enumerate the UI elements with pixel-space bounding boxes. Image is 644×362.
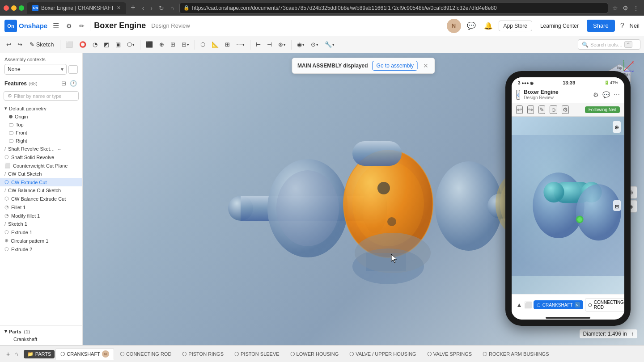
section-view-button[interactable]: ⬡ [198, 39, 208, 50]
phone-redo-button[interactable]: ↪ [527, 105, 534, 114]
feature-front[interactable]: Front [0, 129, 82, 137]
viewport[interactable]: MAIN ASSEMBLY displayed Go to assembly ✕ [83, 53, 644, 345]
tab-connecting-rod[interactable]: ⬡ CONNECTING ROD [115, 349, 176, 359]
extensions-button[interactable]: ⚙ [621, 3, 630, 13]
feature-extrude-2[interactable]: ⬡ Extrude 2 [0, 245, 82, 253]
revolve-button[interactable]: ⬡▾ [124, 39, 137, 50]
search-tools-input[interactable]: 🔍 Search tools… ⌃ [578, 39, 640, 50]
feature-cw-cut-sketch[interactable]: / CW Cut Sketch [0, 170, 82, 178]
feature-sketch-1[interactable]: / Sketch 1 [0, 220, 82, 228]
part-crankshaft[interactable]: Crankshaft [13, 335, 78, 343]
home-button[interactable]: ⌂ [168, 3, 176, 13]
help-button[interactable]: ? [619, 20, 626, 32]
phone-back-button[interactable]: ‹ [516, 90, 520, 100]
phone-tabs-button[interactable]: ⬜ [524, 301, 532, 308]
tab-valve-springs[interactable]: ⬡ VALVE SPRINGS [422, 349, 477, 359]
phone-chat-icon[interactable]: 💬 [602, 91, 610, 98]
tab-crankshaft[interactable]: ⬡ CRANKSHAFT N [55, 348, 114, 360]
geometry-button[interactable]: ⊞ [222, 39, 233, 50]
part-studio-button[interactable]: ⬜ [63, 39, 76, 50]
menu-button[interactable]: ⋮ [631, 3, 640, 13]
feature-modify-fillet-1[interactable]: ◔ Modify fillet 1 [0, 211, 82, 220]
minimize-dot[interactable] [11, 5, 17, 11]
dimension-button[interactable]: ⊢ [253, 39, 263, 50]
tab-rocker-arm-bushings[interactable]: ⬡ ROCKER ARM BUSHINGS [478, 349, 554, 359]
feature-circular-pattern-1[interactable]: ⊕ Circular pattern 1 [0, 236, 82, 245]
phone-tab-connecting-rod[interactable]: ⬡ CONNECTING ROD 🗑 [585, 298, 624, 311]
back-button[interactable]: ‹ [140, 3, 147, 13]
learning-center-button[interactable]: Learning Center [536, 21, 583, 31]
boolean-button[interactable]: ⭕ [76, 39, 89, 50]
phone-view-control[interactable]: ⊞ [613, 200, 621, 211]
feature-counterweight-cut-plane[interactable]: ⬜ Counterweight Cut Plane [0, 161, 82, 170]
constraint-button[interactable]: ⊣ [264, 39, 275, 50]
extrude-button[interactable]: ▣ [113, 39, 123, 50]
feature-right[interactable]: Right [0, 137, 82, 145]
sketch-button[interactable]: ✎ Sketch [26, 39, 57, 50]
phone-tab-crankshaft[interactable]: ⬡ CRANKSHAFT N [534, 300, 583, 309]
analysis-button[interactable]: ⊛▾ [275, 39, 288, 50]
reload-button[interactable]: ↻ [157, 3, 166, 13]
fullscreen-dot[interactable] [19, 5, 24, 11]
add-tab-button[interactable]: + [4, 349, 12, 359]
phone-undo-button[interactable]: ↩ [516, 105, 523, 114]
default-geometry-header[interactable]: ▾ Default geometry [0, 104, 82, 113]
app-store-button[interactable]: App Store [499, 21, 532, 31]
undo-button[interactable]: ↩ [4, 39, 14, 50]
more-tools-button[interactable]: ⋯▾ [233, 39, 247, 50]
close-dot[interactable] [4, 5, 9, 11]
feature-shaft-solid-revolve[interactable]: ⬡ Shaft Solid Revolve [0, 153, 82, 161]
phone-viewport[interactable]: ⊕ ⊞ [512, 117, 624, 294]
feature-top[interactable]: Top [0, 121, 82, 129]
go-to-assembly-button[interactable]: Go to assembly [373, 61, 418, 71]
bookmark-button[interactable]: ☆ [611, 3, 619, 13]
tab-piston-sleeve[interactable]: ⬡ PISTON SLEEVE [229, 349, 284, 359]
new-tab-button[interactable]: + [129, 3, 137, 13]
notice-close-button[interactable]: ✕ [422, 62, 429, 69]
feature-extrude-1[interactable]: ⬡ Extrude 1 [0, 228, 82, 236]
context-more-button[interactable]: ⋯ [68, 65, 78, 74]
phone-settings-icon[interactable]: ⚙ [593, 91, 599, 98]
browser-tab-active[interactable]: On Boxer Engine | CRANKSHAFT ✕ [27, 2, 126, 14]
user-avatar[interactable]: N [447, 19, 461, 33]
tab-valve-upper-housing[interactable]: ⬡ VALVE / UPPER HOUSING [344, 349, 421, 359]
filter-input[interactable]: ⚙ Filter by name or type [4, 91, 79, 101]
address-bar[interactable]: 🔒 https://cad.onshape.com/documents/73ca… [179, 3, 609, 13]
phone-zoom-button[interactable]: ⊕ [613, 121, 621, 133]
feature-origin[interactable]: Origin [0, 113, 82, 121]
hamburger-menu-button[interactable]: ☰ [51, 20, 61, 32]
display-button[interactable]: ⊙▾ [308, 39, 321, 50]
forward-button[interactable]: › [148, 3, 155, 13]
feature-cw-balance-cut-sketch[interactable]: / CW Balance Cut Sketch [0, 186, 82, 194]
redo-button[interactable]: ↪ [15, 39, 25, 50]
phone-emoji-button[interactable]: ☺ [550, 105, 557, 114]
phone-more-icon[interactable]: ⋯ [614, 91, 620, 98]
phone-settings2-button[interactable]: ⚙ [562, 105, 569, 114]
notifications-button[interactable]: 🔔 [482, 19, 495, 32]
settings-button[interactable]: ⚙ [64, 21, 74, 31]
transform-button[interactable]: ⊟▾ [179, 39, 192, 50]
parts-header[interactable]: ▾ Parts (1) [4, 328, 78, 334]
phone-up-button[interactable]: ▲ [516, 301, 522, 308]
tab-close-button[interactable]: ✕ [117, 5, 121, 11]
history-button[interactable]: 🕐 [69, 79, 78, 88]
fillet-button[interactable]: ◔ [90, 39, 100, 50]
onshape-logo[interactable]: On Onshape [4, 20, 47, 32]
chat-button[interactable]: 💬 [465, 19, 478, 32]
measure-button[interactable]: 📐 [209, 39, 221, 50]
tab-piston-rings[interactable]: ⬡ PISTON RINGS [177, 349, 229, 359]
feature-cw-extrude-cut[interactable]: ⬡ CW Extrude Cut [0, 178, 82, 186]
user-name-label[interactable]: Neil [630, 22, 640, 29]
home-tab-button[interactable]: ⌂ [13, 349, 20, 359]
tools-button[interactable]: ✏ [77, 21, 86, 31]
pattern-button[interactable]: ⊞ [168, 39, 178, 50]
tab-lower-housing[interactable]: ⬡ LOWER HOUSING [285, 349, 344, 359]
plane-button[interactable]: ⬛ [143, 39, 156, 50]
feature-fillet-1[interactable]: ◔ Fillet 1 [0, 203, 82, 211]
parts-tab[interactable]: 📁 PARTS [24, 350, 55, 358]
chamfer-button[interactable]: ◩ [101, 39, 112, 50]
render-button[interactable]: ◉▾ [294, 39, 307, 50]
phone-home-indicator[interactable] [546, 317, 591, 319]
feature-cw-balance-extrude-cut[interactable]: ⬡ CW Balance Extrude Cut [0, 194, 82, 203]
axis-button[interactable]: ⊕ [157, 39, 167, 50]
